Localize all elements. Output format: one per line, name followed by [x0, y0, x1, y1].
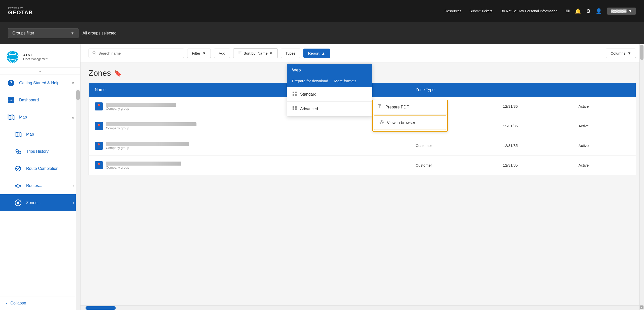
gear-icon[interactable]: ⚙ — [586, 8, 591, 14]
columns-button[interactable]: Columns ▼ — [606, 49, 636, 58]
view-in-browser-item[interactable]: View in browser — [374, 115, 446, 130]
svg-rect-31 — [293, 94, 294, 96]
sort-icon — [238, 51, 242, 56]
prepare-pdf-icon — [378, 104, 382, 110]
standard-icon — [292, 91, 297, 97]
sidebar-scroll-up[interactable]: ▲ — [0, 68, 80, 74]
vertical-scrollbar[interactable]: ▼ — [639, 44, 644, 310]
svg-rect-7 — [11, 97, 14, 100]
routes-label: Routes... — [26, 183, 69, 188]
map-parent-label: Map — [19, 115, 68, 120]
main-layout: AT&T Fleet Management ▲ ? Getting Starte… — [0, 44, 644, 310]
svg-point-16 — [16, 149, 18, 152]
zone-pin-icon: 📍 — [95, 142, 103, 150]
brand-name: GEOTAB — [8, 9, 33, 16]
add-button[interactable]: Add — [214, 49, 230, 58]
do-not-sell-link[interactable]: Do Not Sell My Personal Information — [500, 9, 557, 13]
submit-tickets-link[interactable]: Submit Tickets — [469, 9, 492, 13]
svg-rect-33 — [293, 106, 294, 108]
row2-status: Active — [573, 116, 636, 136]
more-formats-label[interactable]: More formats — [334, 79, 356, 83]
report-button[interactable]: Report ▲ — [303, 49, 330, 58]
filter-chevron-icon: ▼ — [202, 51, 206, 55]
svg-rect-29 — [293, 92, 294, 93]
sidebar-item-map[interactable]: Map — [0, 126, 80, 143]
table-row[interactable]: 📍 Company group Customer 12/31/85 Active — [89, 136, 636, 156]
user-menu[interactable]: ▓▓▓▓▓▓ ▼ — [607, 8, 636, 15]
sidebar-item-route-completion[interactable]: Route Completion — [0, 160, 80, 177]
row3-date: 12/31/85 — [497, 136, 573, 156]
types-button[interactable]: Types — [281, 49, 300, 58]
sidebar-collapse-button[interactable]: ‹ Collapse — [0, 296, 80, 310]
sidebar-item-zones[interactable]: Zones... › — [0, 194, 80, 211]
att-fleet-label: Fleet Management — [23, 57, 48, 61]
sort-button[interactable]: Sort by: Name ▼ — [233, 48, 278, 58]
groups-selected-label: All groups selected — [83, 31, 116, 35]
row3-status: Active — [573, 136, 636, 156]
table-row[interactable]: 📍 Company group Customer 12/31/85 Active — [89, 156, 636, 175]
bell-icon[interactable]: 🔔 — [575, 8, 581, 14]
route-completion-label: Route Completion — [26, 166, 74, 171]
row1-group: Company group — [106, 107, 176, 110]
row3-name-cell: 📍 Company group — [89, 136, 410, 156]
svg-point-23 — [17, 202, 19, 204]
search-input[interactable] — [98, 51, 180, 55]
advanced-icon — [292, 106, 297, 112]
map-sub-icon — [14, 130, 22, 138]
sort-chevron-icon: ▼ — [269, 51, 273, 55]
row1-date: 12/31/85 — [497, 97, 573, 116]
powered-by-label: Powered by — [8, 6, 23, 9]
filter-button[interactable]: Filter ▼ — [187, 49, 211, 58]
sidebar-item-getting-started[interactable]: ? Getting Started & Help ∨ — [0, 74, 80, 92]
zones-label: Zones... — [26, 201, 69, 205]
svg-rect-30 — [295, 92, 297, 93]
logo-area: Powered by GEOTAB — [8, 6, 33, 16]
dashboard-label: Dashboard — [19, 98, 74, 102]
report-standard-item[interactable]: Standard — [287, 87, 372, 102]
groups-filter-chevron-icon: ▼ — [71, 31, 74, 35]
table-row[interactable]: 📍 Company group Customer 12/31/85 Active — [89, 116, 636, 136]
sidebar-item-map-parent[interactable]: Map ∧ — [0, 109, 80, 126]
groups-filter-button[interactable]: Groups filter ▼ — [8, 28, 78, 38]
row1-name-blurred — [106, 103, 176, 107]
svg-rect-9 — [11, 100, 14, 103]
row4-date: 12/31/85 — [497, 156, 573, 175]
toolbar-right: Columns ▼ — [606, 49, 636, 58]
resources-link[interactable]: Resources — [445, 9, 462, 13]
horizontal-scrollbar[interactable] — [80, 305, 639, 310]
getting-started-label: Getting Started & Help — [19, 81, 68, 85]
row4-zone-type: Customer — [410, 156, 497, 175]
row2-group: Company group — [106, 126, 196, 130]
map-parent-icon — [7, 113, 15, 121]
svg-point-24 — [93, 51, 95, 54]
sidebar-item-routes[interactable]: Routes... › — [0, 177, 80, 194]
search-box[interactable] — [89, 49, 184, 58]
report-dropdown-web-label: Web — [292, 68, 301, 72]
svg-point-20 — [15, 185, 17, 187]
report-advanced-item[interactable]: Advanced — [287, 102, 372, 116]
row2-date: 12/31/85 — [497, 116, 573, 136]
mail-icon[interactable]: ✉ — [566, 8, 570, 14]
help-icon: ? — [7, 79, 15, 87]
collapse-arrow-icon: ‹ — [6, 301, 7, 305]
report-chevron-icon: ▲ — [321, 51, 325, 55]
bookmark-icon[interactable]: 🔖 — [114, 70, 122, 77]
trips-history-label: Trips History — [26, 149, 74, 154]
row3-group: Company group — [106, 146, 189, 150]
zones-arrow-icon: › — [73, 201, 74, 205]
trips-history-icon — [14, 147, 22, 156]
prepare-pdf-item[interactable]: Prepare PDF — [373, 100, 447, 114]
sort-label: Sort by: Name — [244, 51, 268, 55]
svg-point-21 — [19, 185, 21, 187]
sidebar-item-trips-history[interactable]: Trips History — [0, 143, 80, 160]
groups-bar: Groups filter ▼ All groups selected — [0, 22, 644, 44]
sidebar-item-dashboard[interactable]: Dashboard — [0, 92, 80, 109]
scroll-down-icon[interactable]: ▼ — [640, 305, 643, 309]
map-sub-label: Map — [26, 132, 74, 137]
user-icon[interactable]: 👤 — [596, 8, 602, 14]
getting-started-chevron-icon: ∨ — [72, 81, 74, 85]
prepare-download-label[interactable]: Prepare for download — [292, 79, 328, 83]
zone-pin-icon: 📍 — [95, 122, 103, 130]
report-label: Report — [308, 51, 319, 55]
dashboard-icon — [7, 96, 15, 104]
